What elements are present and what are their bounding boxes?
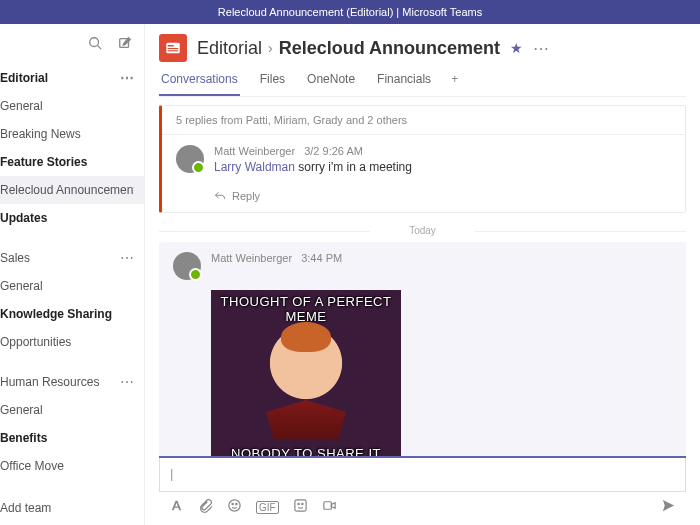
svg-rect-6 <box>168 50 179 51</box>
sidebar-item-label: General <box>0 279 43 293</box>
sidebar-item[interactable]: Feature Stories <box>0 148 144 176</box>
sidebar-item[interactable]: General <box>0 92 144 120</box>
avatar[interactable] <box>173 252 201 280</box>
svg-line-1 <box>98 45 102 49</box>
svg-rect-5 <box>168 48 179 49</box>
title-bar: Relecloud Announcement (Editorial) | Mic… <box>0 0 700 24</box>
add-team-link[interactable]: Add team <box>0 491 144 525</box>
sidebar-item-label: Sales <box>0 251 30 265</box>
sidebar: Editorial⋯GeneralBreaking NewsFeature St… <box>0 24 145 525</box>
tab-onenote[interactable]: OneNote <box>305 72 357 96</box>
sidebar-item-label: Opportunities <box>0 335 71 349</box>
svg-point-11 <box>298 503 299 504</box>
message-composer: | GIF <box>159 456 686 525</box>
reply-icon <box>214 190 226 202</box>
mention[interactable]: Larry Waldman <box>214 160 295 174</box>
send-icon[interactable] <box>661 498 676 517</box>
more-icon[interactable]: ⋯ <box>120 70 134 86</box>
sidebar-item-label: Human Resources <box>0 375 99 389</box>
tab-files[interactable]: Files <box>258 72 287 96</box>
svg-point-12 <box>301 503 302 504</box>
message-author: Matt Weinberger <box>214 145 295 157</box>
breadcrumb: Editorial › Relecloud Announcement <box>197 38 500 59</box>
sidebar-item[interactable]: Sales⋯ <box>0 244 144 272</box>
tab-bar: ConversationsFilesOneNoteFinancials+ <box>159 72 686 97</box>
svg-rect-13 <box>324 502 332 510</box>
sidebar-item-label: Relecloud Announcement <box>0 183 134 197</box>
sidebar-item-label: General <box>0 99 43 113</box>
sidebar-item-label: Benefits <box>0 431 47 445</box>
sidebar-item[interactable]: Editorial⋯ <box>0 64 144 92</box>
meme-top-text: THOUGHT OF A PERFECT MEME <box>215 294 397 324</box>
add-tab-icon[interactable]: + <box>451 72 458 96</box>
breadcrumb-parent[interactable]: Editorial <box>197 38 262 59</box>
sidebar-item[interactable]: General <box>0 396 144 424</box>
sidebar-item[interactable]: General <box>0 272 144 300</box>
sidebar-item-label: Office Move <box>0 459 64 473</box>
reply-button[interactable]: Reply <box>162 184 685 212</box>
compose-icon[interactable] <box>118 36 132 53</box>
sidebar-item[interactable]: Knowledge Sharing <box>0 300 144 328</box>
sidebar-item[interactable]: Updates <box>0 204 144 232</box>
message-time: 3/2 9:26 AM <box>304 145 363 157</box>
svg-rect-4 <box>168 45 174 47</box>
sidebar-item[interactable]: Office Move <box>0 452 144 480</box>
avatar[interactable] <box>176 145 204 173</box>
attach-icon[interactable] <box>198 498 213 517</box>
meme-image[interactable]: THOUGHT OF A PERFECT MEME NOBODY TO SHAR… <box>211 290 401 456</box>
day-separator: Today <box>159 225 686 236</box>
svg-point-7 <box>229 500 240 511</box>
sidebar-item-label: Updates <box>0 211 47 225</box>
more-icon[interactable]: ⋯ <box>120 250 134 266</box>
message-author: Matt Weinberger <box>211 252 292 264</box>
meet-now-icon[interactable] <box>322 498 337 517</box>
sidebar-item[interactable]: Opportunities <box>0 328 144 356</box>
sidebar-item-label: Breaking News <box>0 127 81 141</box>
svg-point-9 <box>236 503 237 504</box>
sidebar-item[interactable]: Relecloud Announcement <box>0 176 144 204</box>
more-options-icon[interactable]: ⋯ <box>533 39 549 58</box>
format-icon[interactable] <box>169 498 184 517</box>
meme-face <box>261 330 351 440</box>
window-title: Relecloud Announcement (Editorial) | Mic… <box>218 6 482 18</box>
meme-bottom-text: NOBODY TO SHARE IT WITH <box>215 446 397 456</box>
message-text: sorry i'm in a meeting <box>298 160 412 174</box>
sidebar-item[interactable]: Benefits <box>0 424 144 452</box>
more-icon[interactable]: ⋯ <box>120 374 134 390</box>
chevron-right-icon: › <box>268 40 273 56</box>
tab-conversations[interactable]: Conversations <box>159 72 240 96</box>
sidebar-item-label: General <box>0 403 43 417</box>
sidebar-item-label: Feature Stories <box>0 155 87 169</box>
sidebar-item-label: Editorial <box>0 71 48 85</box>
gif-icon[interactable]: GIF <box>256 501 279 514</box>
search-icon[interactable] <box>88 36 102 53</box>
sidebar-item[interactable]: Breaking News <box>0 120 144 148</box>
svg-point-8 <box>232 503 233 504</box>
thread-summary[interactable]: 5 replies from Patti, Miriam, Grady and … <box>162 106 685 135</box>
collapsed-thread[interactable]: 5 replies from Patti, Miriam, Grady and … <box>159 105 686 213</box>
message-post: Matt Weinberger 3:44 PM THOUGHT OF A PER… <box>159 242 686 456</box>
channel-icon <box>159 34 187 62</box>
tab-financials[interactable]: Financials <box>375 72 433 96</box>
sidebar-item[interactable]: Human Resources⋯ <box>0 368 144 396</box>
message-time: 3:44 PM <box>301 252 342 264</box>
breadcrumb-current: Relecloud Announcement <box>279 38 500 59</box>
svg-point-0 <box>90 37 99 46</box>
svg-rect-10 <box>295 500 306 511</box>
emoji-icon[interactable] <box>227 498 242 517</box>
sticker-icon[interactable] <box>293 498 308 517</box>
sidebar-item-label: Knowledge Sharing <box>0 307 112 321</box>
favorite-star-icon[interactable]: ★ <box>510 40 523 56</box>
compose-input[interactable]: | <box>159 458 686 492</box>
